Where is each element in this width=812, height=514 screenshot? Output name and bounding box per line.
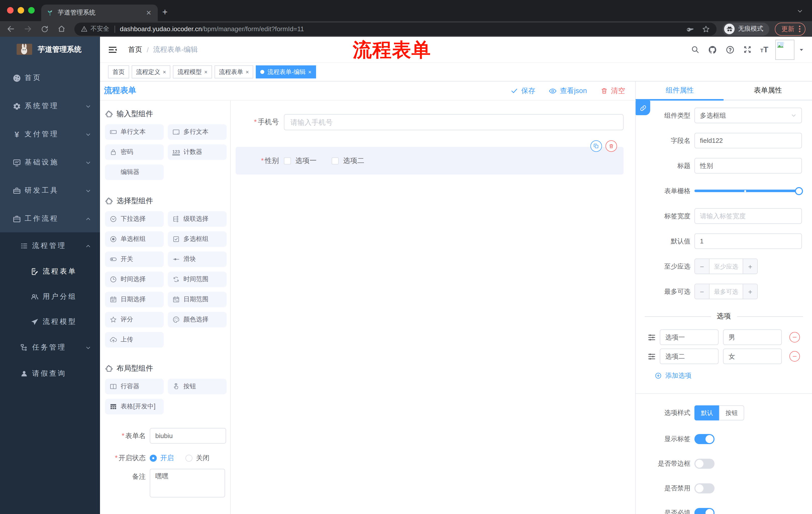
sidebar-item-workflow[interactable]: 工作流程 <box>0 205 100 233</box>
canvas-field-gender-selected[interactable]: *性别 选项一 选项二 <box>236 147 624 174</box>
chrome-menu-icon[interactable] <box>799 26 801 32</box>
sidebar-collapse-icon[interactable] <box>108 46 117 54</box>
option-style-button[interactable]: 按钮 <box>719 405 744 421</box>
slider-track[interactable] <box>694 190 802 192</box>
sidebar-item-payment[interactable]: ¥ 支付管理 <box>0 120 100 148</box>
palette-item-rate[interactable]: 评分 <box>105 312 164 327</box>
required-toggle[interactable] <box>694 508 715 514</box>
bookmark-star-icon[interactable] <box>702 25 710 33</box>
palette-item-button[interactable]: 按钮 <box>168 379 227 394</box>
tag-process-form[interactable]: 流程表单× <box>214 65 254 78</box>
gender-option-1-checkbox[interactable]: 选项一 <box>284 156 317 165</box>
max-select-input[interactable] <box>709 284 743 299</box>
tab-search-chevron-icon[interactable] <box>797 8 803 14</box>
fullscreen-icon[interactable] <box>743 45 752 54</box>
sidebar-item-task-management[interactable]: 任务管理 <box>0 334 100 360</box>
minimize-window-button[interactable] <box>18 7 24 13</box>
palette-item-time-range[interactable]: 时间范围 <box>168 272 227 287</box>
palette-item-upload[interactable]: 上传 <box>105 332 164 348</box>
github-icon[interactable] <box>708 45 717 54</box>
save-button[interactable]: 保存 <box>511 86 535 95</box>
view-json-button[interactable]: 查看json <box>549 86 587 95</box>
clear-button[interactable]: 清空 <box>601 86 625 95</box>
palette-item-dropdown[interactable]: 下拉选择 <box>105 211 164 227</box>
tag-home[interactable]: 首页 <box>108 65 129 78</box>
security-label[interactable]: 不安全 <box>90 25 109 33</box>
tag-close-icon[interactable]: × <box>204 69 207 75</box>
stepper-decrease-button[interactable]: − <box>695 259 709 274</box>
sidebar-item-process-form[interactable]: 流程表单 <box>0 259 100 284</box>
checkbox-box[interactable] <box>331 157 339 164</box>
form-name-input[interactable] <box>150 428 226 443</box>
sidebar-item-process-management[interactable]: 流程管理 <box>0 233 100 259</box>
form-remark-textarea[interactable]: 嘿嘿 <box>150 469 225 497</box>
palette-item-date-picker[interactable]: 日期选择 <box>105 292 164 307</box>
reload-icon[interactable] <box>41 25 49 33</box>
stepper-increase-button[interactable]: + <box>743 284 757 299</box>
link-tag-button[interactable] <box>636 101 650 115</box>
palette-item-password[interactable]: 密码 <box>105 144 164 160</box>
title-input[interactable] <box>694 158 802 173</box>
tab-component-props[interactable]: 组件属性 <box>636 81 724 100</box>
palette-item-date-range[interactable]: 日期范围 <box>168 292 227 307</box>
avatar-caret-icon[interactable] <box>799 47 804 52</box>
add-option-button[interactable]: 添加选项 <box>655 371 812 380</box>
palette-item-radio-group[interactable]: 单选框组 <box>105 231 164 247</box>
tag-close-icon[interactable]: × <box>308 69 312 75</box>
copy-component-button[interactable] <box>590 140 602 152</box>
palette-item-single-line-text[interactable]: 单行文本 <box>105 124 164 140</box>
palette-item-cascader[interactable]: 级联选择 <box>168 211 227 227</box>
option-2-label-input[interactable] <box>660 349 719 364</box>
remove-option-button[interactable] <box>789 332 800 343</box>
palette-item-table[interactable]: 表格[开发中] <box>105 399 164 414</box>
disabled-toggle[interactable] <box>694 483 715 493</box>
field-name-input[interactable] <box>694 133 802 148</box>
option-1-value-input[interactable] <box>723 329 782 345</box>
help-icon[interactable] <box>726 45 735 54</box>
drag-handle-icon[interactable] <box>647 333 656 342</box>
sidebar-item-infrastructure[interactable]: 基础设施 <box>0 148 100 177</box>
border-toggle[interactable] <box>694 459 715 469</box>
min-select-input[interactable] <box>709 259 743 274</box>
new-tab-button[interactable]: + <box>162 7 168 18</box>
sidebar-item-leave-query[interactable]: 请假查询 <box>0 360 100 387</box>
form-canvas[interactable]: *手机号 <box>231 101 635 514</box>
palette-item-counter[interactable]: 123 计数器 <box>168 144 227 160</box>
sidebar-item-system[interactable]: 系统管理 <box>0 92 100 120</box>
palette-item-color-picker[interactable]: 颜色选择 <box>168 312 227 327</box>
font-size-icon[interactable]: TT <box>760 45 768 54</box>
browser-tab[interactable]: 芋道管理系统 ✕ <box>41 4 158 21</box>
show-label-toggle[interactable] <box>694 434 715 444</box>
delete-component-button[interactable] <box>606 140 617 152</box>
sidebar-item-home[interactable]: 首页 <box>0 64 100 92</box>
search-icon[interactable] <box>691 45 699 54</box>
tag-close-icon[interactable]: × <box>163 69 166 75</box>
option-2-value-input[interactable] <box>723 349 782 364</box>
avatar[interactable] <box>775 39 794 60</box>
password-key-icon[interactable] <box>686 25 694 33</box>
palette-item-editor[interactable]: 编辑器 <box>105 164 164 180</box>
tag-process-definition[interactable]: 流程定义× <box>132 65 171 78</box>
gender-option-2-checkbox[interactable]: 选项二 <box>331 156 364 165</box>
not-secure-warning-icon[interactable] <box>81 26 87 32</box>
back-icon[interactable] <box>6 25 15 33</box>
forward-icon[interactable] <box>24 25 32 33</box>
chrome-update-button[interactable]: 更新 <box>775 22 806 35</box>
tab-close-icon[interactable]: ✕ <box>145 9 153 17</box>
palette-item-checkbox-group[interactable]: 多选框组 <box>168 231 227 247</box>
palette-item-time-picker[interactable]: 时间选择 <box>105 272 164 287</box>
tag-process-form-edit[interactable]: 流程表单-编辑× <box>256 65 316 78</box>
sidebar-item-user-groups[interactable]: 用户分组 <box>0 284 100 309</box>
zoom-window-button[interactable] <box>28 7 35 13</box>
label-width-input[interactable] <box>694 208 802 224</box>
home-icon[interactable] <box>57 25 66 33</box>
canvas-field-phone[interactable]: *手机号 <box>236 114 624 130</box>
status-open-radio[interactable]: 开启 <box>150 453 174 462</box>
drag-handle-icon[interactable] <box>647 352 656 361</box>
option-1-label-input[interactable] <box>660 329 719 345</box>
url-bar[interactable]: 不安全 dashboard.yudao.iocoder.cn/bpm/manag… <box>75 22 717 35</box>
slider-handle[interactable] <box>795 187 803 195</box>
form-grid-slider[interactable] <box>694 183 802 199</box>
palette-item-multi-line-text[interactable]: 多行文本 <box>168 124 227 140</box>
tag-close-icon[interactable]: × <box>246 69 249 75</box>
